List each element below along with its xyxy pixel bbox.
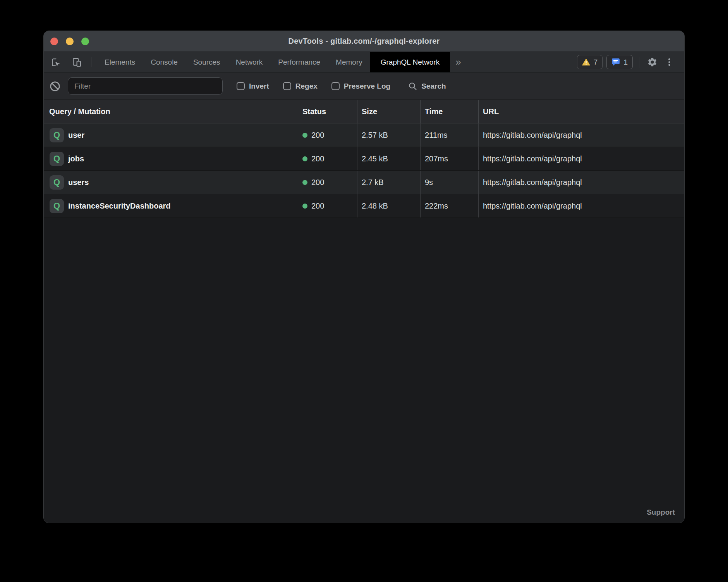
- column-header-status[interactable]: Status: [298, 100, 357, 123]
- devtools-window: DevTools - gitlab.com/-/graphql-explorer…: [43, 31, 685, 523]
- search-label: Search: [421, 82, 446, 91]
- query-type-badge: Q: [50, 128, 64, 142]
- toggle-device-toolbar-icon[interactable]: [71, 52, 82, 72]
- search-icon: [408, 82, 417, 91]
- preserve-log-checkbox[interactable]: [331, 82, 340, 90]
- preserve-log-label: Preserve Log: [344, 82, 390, 91]
- query-type-badge: Q: [50, 152, 64, 166]
- tab-elements[interactable]: Elements: [97, 52, 143, 72]
- warning-icon: [582, 58, 590, 66]
- table-row[interactable]: Q jobs 200 2.45 kB 207ms https://gitlab.…: [44, 147, 684, 171]
- inspect-element-icon[interactable]: [50, 52, 62, 72]
- tab-performance[interactable]: Performance: [270, 52, 328, 72]
- devtools-tab-bar: Elements Console Sources Network Perform…: [44, 52, 684, 73]
- status-ok-dot: [302, 180, 307, 185]
- column-header-time[interactable]: Time: [420, 100, 478, 123]
- settings-gear-icon[interactable]: [646, 56, 659, 69]
- regex-checkbox-group: Regex: [283, 82, 318, 91]
- table-row[interactable]: Q instanceSecurityDashboard 200 2.48 kB …: [44, 194, 684, 218]
- column-header-query-mutation[interactable]: Query / Mutation: [44, 100, 298, 123]
- status-ok-dot: [302, 156, 307, 161]
- more-options-kebab-icon[interactable]: [663, 56, 676, 69]
- tab-graphql-network[interactable]: GraphQL Network: [370, 52, 450, 72]
- regex-label: Regex: [295, 82, 318, 91]
- tabbar-right-controls: 7 1: [577, 52, 676, 72]
- filter-toolbar: Invert Regex Preserve Log Search: [44, 73, 684, 100]
- invert-label: Invert: [249, 82, 269, 91]
- tab-network[interactable]: Network: [228, 52, 271, 72]
- column-header-size[interactable]: Size: [357, 100, 420, 123]
- status-value: 200: [311, 131, 324, 140]
- time-value: 207ms: [420, 147, 478, 170]
- status-value: 200: [311, 178, 324, 187]
- search-button[interactable]: Search: [408, 82, 446, 91]
- block-requests-icon[interactable]: [49, 80, 61, 92]
- invert-checkbox-group: Invert: [237, 82, 269, 91]
- regex-checkbox[interactable]: [283, 82, 291, 90]
- messages-badge[interactable]: 1: [606, 55, 633, 69]
- title-bar: DevTools - gitlab.com/-/graphql-explorer: [44, 31, 684, 52]
- size-value: 2.7 kB: [357, 171, 420, 194]
- query-name: jobs: [68, 154, 84, 163]
- status-value: 200: [311, 154, 324, 163]
- empty-results-area: Support: [44, 218, 684, 523]
- query-type-badge: Q: [50, 175, 64, 190]
- size-value: 2.57 kB: [357, 123, 420, 147]
- status-ok-dot: [302, 204, 307, 209]
- status-ok-dot: [302, 133, 307, 138]
- url-value: https://gitlab.com/api/graphql: [478, 171, 684, 194]
- column-header-url[interactable]: URL: [478, 100, 684, 123]
- table-header-row: Query / Mutation Status Size Time URL: [44, 100, 684, 123]
- url-value: https://gitlab.com/api/graphql: [478, 147, 684, 170]
- screen-background: DevTools - gitlab.com/-/graphql-explorer…: [0, 0, 728, 582]
- url-value: https://gitlab.com/api/graphql: [478, 123, 684, 147]
- table-row[interactable]: Q users 200 2.7 kB 9s https://gitlab.com…: [44, 171, 684, 194]
- size-value: 2.48 kB: [357, 194, 420, 217]
- chat-bubble-icon: [611, 58, 620, 66]
- time-value: 211ms: [420, 123, 478, 147]
- messages-count: 1: [623, 58, 628, 67]
- window-title: DevTools - gitlab.com/-/graphql-explorer: [44, 37, 684, 46]
- preserve-log-checkbox-group: Preserve Log: [331, 82, 390, 91]
- tab-console[interactable]: Console: [143, 52, 185, 72]
- time-value: 9s: [420, 171, 478, 194]
- warnings-count: 7: [594, 58, 598, 67]
- support-link[interactable]: Support: [647, 508, 675, 517]
- status-value: 200: [311, 202, 324, 211]
- query-name: user: [68, 131, 84, 140]
- invert-checkbox[interactable]: [237, 82, 245, 90]
- query-name: users: [68, 178, 89, 187]
- panel-tabs: Elements Console Sources Network Perform…: [97, 52, 450, 72]
- time-value: 222ms: [420, 194, 478, 217]
- warnings-badge[interactable]: 7: [577, 55, 603, 69]
- table-row[interactable]: Q user 200 2.57 kB 211ms https://gitlab.…: [44, 123, 684, 147]
- tabbar-separator: [91, 57, 91, 67]
- more-tabs-icon[interactable]: »: [450, 52, 466, 72]
- tab-memory[interactable]: Memory: [328, 52, 370, 72]
- controls-separator: [639, 57, 639, 68]
- query-type-badge: Q: [50, 199, 64, 213]
- filter-input[interactable]: [68, 77, 223, 95]
- size-value: 2.45 kB: [357, 147, 420, 170]
- url-value: https://gitlab.com/api/graphql: [478, 194, 684, 217]
- query-name: instanceSecurityDashboard: [68, 202, 171, 211]
- tab-sources[interactable]: Sources: [185, 52, 228, 72]
